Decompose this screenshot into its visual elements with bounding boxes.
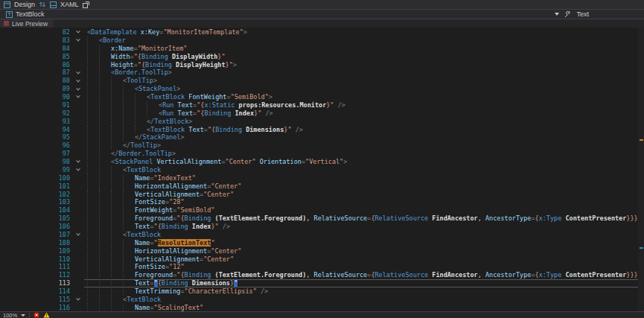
indent-guide: [99, 126, 111, 134]
code-line[interactable]: 104FontWeight="SemiBold": [0, 206, 644, 214]
indent-guide: [111, 93, 123, 101]
status-bar: 100%: [0, 311, 644, 318]
code-line-body: <ToolTip>: [84, 77, 644, 85]
code-line[interactable]: 105Foreground="{Binding (TextElement.For…: [0, 214, 644, 223]
code-line[interactable]: 109HorizontalAlignment="Center": [0, 247, 644, 255]
indent-guide: [87, 287, 99, 296]
error-indicator-icon[interactable]: [34, 312, 39, 318]
indent-guide: [111, 198, 123, 206]
swap-panes-icon[interactable]: [39, 1, 46, 8]
indent-guide: [99, 279, 111, 287]
code-line[interactable]: 115<TextBlock: [0, 296, 644, 304]
fold-toggle[interactable]: [72, 93, 84, 101]
code-line[interactable]: 94<TextBlock Text="{Binding Dimensions}"…: [0, 126, 644, 134]
code-line[interactable]: 108Name="ResolutionText": [0, 239, 644, 247]
indent-guide: [87, 279, 99, 287]
code-line[interactable]: 98<StackPanel VerticalAlignment="Center"…: [0, 158, 644, 166]
fold-toggle: [72, 271, 84, 279]
code-line[interactable]: 88<ToolTip>: [0, 77, 644, 85]
code-line[interactable]: 97</Border.ToolTip>: [0, 150, 644, 158]
line-number: 84: [0, 45, 72, 53]
code-line[interactable]: 90<TextBlock FontWeight="SemiBold">: [0, 93, 644, 101]
fold-toggle[interactable]: [72, 69, 84, 77]
code-line-body: TextTrimming="CharacterEllipsis" />: [84, 287, 644, 296]
line-number: 109: [0, 247, 72, 255]
code-line[interactable]: 112Foreground="{Binding (TextElement.For…: [0, 271, 644, 279]
code-line[interactable]: 100Name="IndexText": [0, 174, 644, 182]
fold-toggle[interactable]: [72, 166, 84, 174]
code-line[interactable]: 83<Border: [0, 36, 644, 45]
code-line[interactable]: 111FontSize="12": [0, 263, 644, 271]
code-line[interactable]: 89<StackPanel>: [0, 85, 644, 93]
indent-guide: [87, 141, 99, 150]
indent-guide: [87, 271, 99, 279]
chevron-down-icon: [76, 167, 80, 171]
code-line[interactable]: 114TextTrimming="CharacterEllipsis" />: [0, 287, 644, 296]
code-line[interactable]: 106Text="{Binding Index}" />: [0, 223, 644, 231]
indent-guide: [135, 118, 147, 126]
warning-indicator-icon[interactable]: [43, 312, 50, 318]
code-line[interactable]: 84x:Name="MonitorItem": [0, 45, 644, 53]
vertical-scrollbar[interactable]: [638, 28, 644, 311]
code-line[interactable]: 99<TextBlock: [0, 166, 644, 174]
indent-guide: [99, 53, 111, 61]
code-area: 82<DataTemplate x:Key="MonitorItemTempla…: [0, 28, 644, 311]
code-line[interactable]: 91<Run Text="{x:Static props:Resources.M…: [0, 101, 644, 109]
popout-icon[interactable]: [83, 1, 89, 8]
code-line[interactable]: 116Name="ScalingText": [0, 304, 644, 311]
chevron-down-icon: [76, 232, 80, 236]
code-line[interactable]: 110VerticalAlignment="Center": [0, 255, 644, 264]
code-line-body: Foreground="{Binding (TextElement.Foregr…: [84, 214, 644, 223]
line-number: 90: [0, 93, 72, 101]
line-number: 83: [0, 36, 72, 45]
fold-toggle: [72, 214, 84, 223]
code-line-body: <TextBlock: [84, 296, 644, 304]
line-number: 98: [0, 158, 72, 166]
code-line[interactable]: 113Text="{Binding Dimensions}": [0, 279, 644, 287]
line-number: 105: [0, 214, 72, 223]
code-line[interactable]: 87<Border.ToolTip>: [0, 69, 644, 77]
fold-toggle[interactable]: [72, 28, 84, 36]
chevron-down-icon: [76, 77, 80, 82]
indent-guide: [111, 223, 123, 231]
indent-guide: [87, 150, 99, 158]
indent-guide: [87, 45, 99, 53]
code-line[interactable]: 93</TextBlock>: [0, 118, 644, 126]
code-line[interactable]: 92<Run Text="{Binding Index}" />: [0, 109, 644, 118]
code-line[interactable]: 103FontSize="28": [0, 198, 644, 206]
design-tab[interactable]: Design: [14, 1, 35, 8]
fold-toggle[interactable]: [72, 36, 84, 45]
code-line-body: FontSize="12": [84, 263, 644, 271]
indent-guide: [87, 69, 99, 77]
live-preview-tab[interactable]: Live Preview: [0, 19, 54, 28]
chevron-down-icon[interactable]: [555, 13, 559, 16]
chevron-down-icon: [76, 29, 80, 34]
fold-toggle[interactable]: [72, 85, 84, 93]
indent-guide: [87, 239, 99, 247]
indent-guide: [111, 279, 123, 287]
zoom-level[interactable]: 100%: [3, 312, 17, 318]
zoom-chevron-icon[interactable]: [21, 314, 25, 317]
code-line[interactable]: 85Width="{Binding DisplayWidth}": [0, 53, 644, 61]
fold-toggle[interactable]: [72, 77, 84, 85]
indent-guide: [135, 126, 147, 134]
xaml-tab[interactable]: XAML: [60, 1, 79, 8]
fold-toggle[interactable]: [72, 296, 84, 304]
code-line[interactable]: 102VerticalAlignment="Center": [0, 191, 644, 199]
tool-label[interactable]: Text: [576, 10, 589, 18]
element-breadcrumb[interactable]: TextBlock: [16, 10, 45, 18]
code-line[interactable]: 82<DataTemplate x:Key="MonitorItemTempla…: [0, 28, 644, 36]
code-line[interactable]: 95</StackPanel>: [0, 133, 644, 141]
code-line[interactable]: 107<TextBlock: [0, 231, 644, 239]
code-line[interactable]: 96</ToolTip>: [0, 141, 644, 150]
line-number: 114: [0, 287, 72, 296]
indent-guide: [99, 77, 111, 85]
fold-toggle: [72, 133, 84, 141]
code-line[interactable]: 86Height="{Binding DisplayHeight}">: [0, 61, 644, 69]
code-editor[interactable]: 82<DataTemplate x:Key="MonitorItemTempla…: [0, 28, 644, 311]
fold-toggle[interactable]: [72, 231, 84, 239]
fold-toggle[interactable]: [72, 158, 84, 166]
code-line[interactable]: 101HorizontalAlignment="Center": [0, 182, 644, 191]
line-number: 104: [0, 206, 72, 214]
indent-guide: [111, 231, 123, 239]
